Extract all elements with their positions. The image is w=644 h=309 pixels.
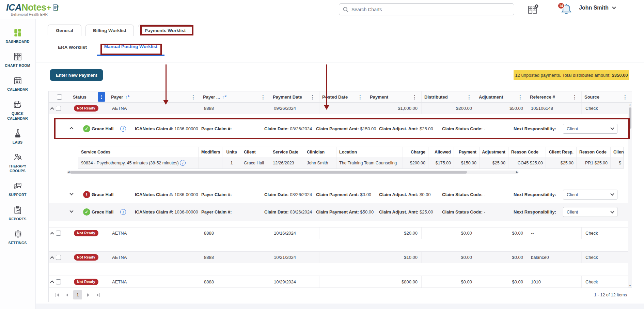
posted-date-column-menu-icon[interactable]: ⋮	[356, 94, 364, 100]
claim-info-icon-wrap: i	[120, 209, 135, 215]
collapse-claim-icon[interactable]	[70, 126, 83, 131]
claim-next-resp-label: Next Responsibility:	[514, 192, 563, 197]
expand-claim-icon[interactable]	[70, 209, 83, 215]
claim-success-icon: ✓	[83, 125, 92, 132]
cell-posted-date	[319, 227, 367, 239]
cell-adjustment: $0.00	[476, 227, 527, 239]
scroll-right-icon[interactable]: ▶	[515, 171, 519, 174]
user-menu[interactable]: John Smith	[579, 5, 615, 11]
header-reference[interactable]: Reference #⋮	[527, 91, 581, 102]
claim-row-1: ! Grace Hall ICANotes Claim #: 1036-0000…	[49, 186, 632, 203]
info-icon[interactable]: i	[180, 160, 186, 166]
enter-new-payment-button[interactable]: Enter New Payment	[50, 69, 103, 81]
service-table-hscrollbar[interactable]: ◀ ▶	[67, 171, 519, 174]
column-title: Status	[73, 94, 87, 100]
next-page-button[interactable]	[85, 291, 92, 299]
payer2-column-menu-icon[interactable]: ⋮	[259, 94, 267, 100]
subtab-manual-posting-worklist[interactable]: Manual Posting Worklist	[97, 38, 164, 56]
collapse-row-icon[interactable]	[50, 232, 54, 236]
cell-distributed: $200.00	[421, 103, 476, 114]
scroll-down-icon[interactable]: ▼	[628, 284, 632, 287]
grid-vscrollbar[interactable]: ▲ ▼	[628, 103, 632, 288]
select-value: Client	[567, 192, 578, 197]
claim-payer-number: Payer Claim #:	[201, 192, 264, 197]
sidebar-item-reports[interactable]: REPORTS	[1, 205, 34, 221]
chart-room-quick-icon[interactable]	[527, 4, 539, 15]
sidebar-item-support[interactable]: SUPPORT	[1, 181, 34, 197]
row-checkbox[interactable]	[56, 106, 61, 111]
sidebar-label: REPORTS	[9, 217, 26, 221]
column-title: Adjustment	[479, 94, 503, 100]
collapse-row-icon[interactable]	[50, 280, 54, 284]
collapse-row-icon[interactable]	[50, 256, 54, 260]
next-responsibility-select[interactable]: Client	[563, 207, 617, 217]
chevron-down-icon	[610, 192, 614, 195]
header-payer[interactable]: Payer↑1⋮	[108, 91, 200, 102]
scroll-left-icon[interactable]: ◀	[67, 171, 70, 174]
header-status[interactable]: Status⋮	[70, 91, 108, 102]
payment-date-column-menu-icon[interactable]: ⋮	[309, 94, 316, 100]
select-all-checkbox[interactable]	[57, 94, 62, 100]
quick-calendar-icon	[13, 100, 22, 109]
payments-grid: Status⋮ Payer↑1⋮ Payer ...↑2⋮ Payment Da…	[48, 91, 632, 302]
subtab-era-worklist[interactable]: ERA Worklist	[48, 38, 97, 56]
info-icon[interactable]: i	[120, 209, 126, 215]
header-distributed[interactable]: Distributed⋮	[421, 91, 476, 102]
expand-claim-icon[interactable]	[70, 192, 83, 197]
info-icon[interactable]: i	[120, 126, 126, 132]
svc-clinician: John Smith	[304, 157, 336, 168]
header-payment[interactable]: Payment⋮	[367, 91, 421, 102]
svc-col-title: Client Resp.	[546, 147, 576, 157]
header-payer2[interactable]: Payer ...↑2⋮	[200, 91, 270, 102]
sidebar-label: CALENDAR	[7, 87, 28, 92]
header-adjustment[interactable]: Adjustment⋮	[476, 91, 527, 102]
header-posted-date[interactable]: Posted Date⋮	[319, 91, 367, 102]
row-checkbox[interactable]	[56, 255, 61, 260]
sidebar-item-dashboard[interactable]: DASHBOARD	[1, 28, 34, 44]
prev-page-button[interactable]	[63, 291, 70, 299]
logo-tagline: Behavioral Health EHR	[11, 12, 60, 16]
hscroll-thumb[interactable]	[70, 171, 467, 174]
notifications-button[interactable]: 14	[560, 3, 574, 17]
sidebar-item-therapy-groups[interactable]: THERAPY GROUPS	[1, 152, 34, 173]
sidebar-item-calendar[interactable]: CALENDAR	[1, 76, 34, 92]
svc-reason-code-1: CO45 $25.00	[508, 157, 546, 168]
payment-column-menu-icon[interactable]: ⋮	[411, 94, 419, 100]
next-responsibility-select[interactable]: Client	[563, 190, 617, 200]
scroll-up-icon[interactable]: ▲	[628, 103, 632, 106]
header-source[interactable]: Source⋮	[581, 91, 632, 102]
row-checkbox[interactable]	[56, 279, 61, 284]
tab-general[interactable]: General	[48, 25, 81, 36]
payer-column-menu-icon[interactable]: ⋮	[189, 94, 197, 100]
svc-reason-code-2: PR1 $25.00	[576, 157, 610, 168]
cell-payment-date: 10/16/2024	[270, 227, 319, 239]
sidebar-label: CHART ROOM	[5, 63, 30, 68]
chart-search	[339, 3, 514, 15]
claim-row-2: ✓ Grace Hall i ICANotes Claim #: 1036-00…	[49, 203, 632, 221]
first-page-button[interactable]	[53, 291, 61, 299]
claim-adjust-amt: Claim Adjust. Amt: $25.00	[379, 126, 442, 131]
payment-row-0: Not Ready AETNA 8888 09/26/2024 $1,000.0…	[49, 103, 632, 114]
cell-payer2: 8888	[200, 276, 270, 288]
reference-column-menu-icon[interactable]: ⋮	[571, 94, 579, 100]
sidebar-item-chart-room[interactable]: CHART ROOM	[1, 52, 34, 68]
last-page-button[interactable]	[94, 291, 102, 299]
collapse-row-icon[interactable]	[50, 107, 54, 111]
tab-payments-worklist[interactable]: Payments Worklist	[138, 25, 192, 36]
vscroll-thumb[interactable]	[629, 107, 631, 129]
sidebar-item-labs[interactable]: LABS	[1, 129, 34, 145]
source-column-menu-icon[interactable]: ⋮	[621, 94, 629, 100]
cell-adjustment: $0.00	[476, 276, 527, 288]
adjustment-column-menu-icon[interactable]: ⋮	[516, 94, 524, 100]
sidebar-item-settings[interactable]: SETTINGS	[1, 229, 34, 245]
next-responsibility-select[interactable]: Client	[563, 124, 617, 134]
page-number-button[interactable]: 1	[73, 290, 82, 299]
distributed-column-menu-icon[interactable]: ⋮	[465, 94, 473, 100]
sidebar-item-quick-calendar[interactable]: QUICK CALENDAR	[1, 100, 34, 121]
search-input[interactable]	[351, 7, 511, 12]
row-checkbox[interactable]	[56, 231, 61, 236]
tab-billing-worklist[interactable]: Billing Worklist	[85, 25, 134, 36]
header-payment-date[interactable]: Payment Date⋮	[270, 91, 319, 102]
status-column-menu-icon[interactable]: ⋮	[98, 92, 105, 102]
cell-payer: AETNA	[108, 227, 200, 239]
